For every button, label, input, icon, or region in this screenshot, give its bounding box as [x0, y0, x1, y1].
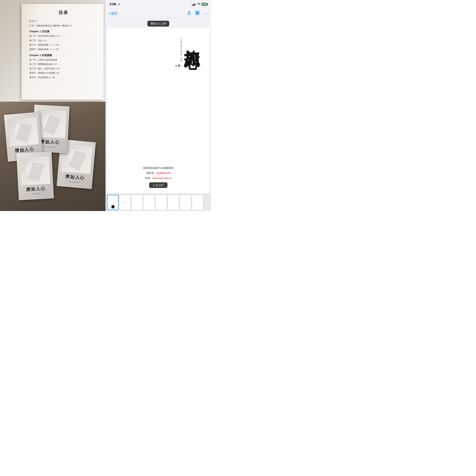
- page-badge: 1 of 237: [149, 182, 168, 188]
- status-icons: [192, 3, 207, 6]
- page-indicator-bar: 1 of 237: [149, 181, 168, 189]
- cover-title-2: 撩如人心: [40, 138, 60, 145]
- thumbnail-strip[interactable]: 撩如人心 目录: [105, 193, 211, 211]
- grid-icon[interactable]: [195, 11, 200, 16]
- promo-qq: QQ6603183: [156, 171, 170, 174]
- pdf-main-title: 撩如人心: [184, 38, 200, 42]
- toc-c2s3: 第三节：吸引、追求与信念 / 43: [29, 67, 98, 70]
- toc-intro: 引 言・我是如何通过女人赚到第一桶金的 / 5: [29, 24, 98, 28]
- thumb-6[interactable]: [168, 195, 179, 210]
- more-icon[interactable]: ···: [204, 11, 208, 16]
- pdf-title-bar: 撩如人心.pdf: [105, 18, 211, 28]
- signal-bar-2: [193, 4, 194, 6]
- cover-art-3: [19, 156, 50, 185]
- battery-icon: [202, 3, 207, 6]
- toc-photo: 目录 前 言 / 1 引 言・我是如何通过女人赚到第一桶金的 / 5 Chapt…: [0, 0, 105, 102]
- pdf-pinyin: LIAO RU REN XIN: [180, 38, 183, 62]
- cover-title-4: 撩如人心: [65, 173, 85, 181]
- thumb-3[interactable]: [131, 195, 143, 210]
- promo-line3: 官网：www.zzai.com.cn: [111, 176, 205, 181]
- toc-c1s2: 第二节：定位 / 11: [29, 39, 98, 42]
- share-icon[interactable]: [187, 11, 191, 16]
- status-bar: 3:06 ↗: [105, 0, 211, 9]
- toc-preface: 前 言 / 1: [29, 19, 98, 23]
- thumb-7[interactable]: [180, 195, 191, 210]
- books-photo: 撩如人心 作者：马克先生 撩如人心 LIAO RU REN XIN 撩如人心 马…: [0, 102, 105, 211]
- toc-c2s4: 第四节：高情商 VS 低情商 / 55: [29, 71, 98, 75]
- cover-title-3: 撩如人心: [26, 186, 46, 192]
- toc-chapter2-header: Chapter 1 价值观篇: [29, 53, 98, 57]
- promo-www: www.zzai.com.cn: [153, 177, 172, 180]
- cover-art-1: [7, 117, 39, 147]
- thumb-8[interactable]: [192, 195, 203, 210]
- toc-c2s1: 第一节：三种女人的价值体系: [29, 58, 98, 62]
- pdf-filename-badge: 撩如人心.pdf: [147, 21, 169, 27]
- book-page: 目录 前 言 / 1 引 言・我是如何通过女人赚到第一桶金的 / 5 Chapt…: [21, 4, 103, 100]
- svg-rect-2: [196, 13, 197, 15]
- back-button[interactable]: ‹ 返回: [108, 11, 118, 16]
- cover-sub-3: 马克先生 著: [33, 193, 40, 195]
- thumb-4[interactable]: [143, 195, 155, 210]
- status-time: 3:06 ↗: [109, 2, 120, 6]
- signal-bar-3: [194, 3, 195, 6]
- back-label: 返回: [111, 11, 118, 16]
- nav-bar: ‹ 返回 ···: [105, 9, 211, 18]
- promo-line1: 获取更多最新PUA视频课程: [111, 166, 205, 170]
- svg-rect-3: [198, 13, 199, 15]
- wifi-icon: [197, 3, 201, 6]
- toc-c1s1: 第一节：你为何没有女朋友？/ 3: [29, 34, 98, 38]
- promo-line2: 请联系：QQ6603183: [111, 170, 205, 176]
- nav-actions: ···: [187, 11, 208, 16]
- pdf-content[interactable]: LIAO RU REN XIN 马克先生 著 撩如人心 获取更多最新PUA视频课…: [107, 28, 209, 193]
- pdf-promo-block: 获取更多最新PUA视频课程 请联系：QQ6603183 官网：www.zzai.…: [111, 166, 205, 181]
- back-chevron-icon: ‹: [108, 11, 110, 16]
- location-arrow-icon: ↗: [118, 3, 120, 6]
- toc-c1s4: 第四节：撩妹的前奏（二）/ 25: [29, 48, 98, 51]
- toc-c1s3: 第三节：撩妹的前奏（一）/ 18: [29, 43, 98, 47]
- left-photos-panel: 目录 前 言 / 1 引 言・我是如何通过女人赚到第一桶金的 / 5 Chapt…: [0, 0, 105, 211]
- book-cover-3: 撩如人心 马克先生 著: [17, 152, 54, 200]
- svg-rect-0: [196, 11, 197, 13]
- cover-sub-4: LIAO RU REN XIN: [69, 181, 81, 184]
- pdf-book-page: LIAO RU REN XIN 马克先生 著 撩如人心: [111, 34, 205, 160]
- toc-title: 目录: [29, 10, 98, 16]
- svg-rect-1: [198, 11, 199, 13]
- toc-c2s2: 第二节：重塑撩妹的信念 / 37: [29, 63, 98, 66]
- thumb-1[interactable]: 撩如人心: [107, 195, 119, 210]
- signal-bar-4: [195, 3, 196, 6]
- toc-c2s5: 第五节：学会驾驭女人 / 80: [29, 76, 98, 79]
- toc-chapter1-header: Chapter 1 定位篇: [29, 30, 98, 33]
- thumb-2[interactable]: 目录: [119, 195, 131, 210]
- signal-icon: [192, 3, 196, 6]
- signal-bar-1: [192, 5, 193, 6]
- pdf-title-group: LIAO RU REN XIN 马克先生 著 撩如人心: [175, 38, 200, 63]
- pdf-viewer-panel: 3:06 ↗ ‹: [105, 0, 211, 211]
- thumb-5[interactable]: [155, 195, 167, 210]
- cover-sub-2: LIAO RU REN XIN: [44, 146, 56, 148]
